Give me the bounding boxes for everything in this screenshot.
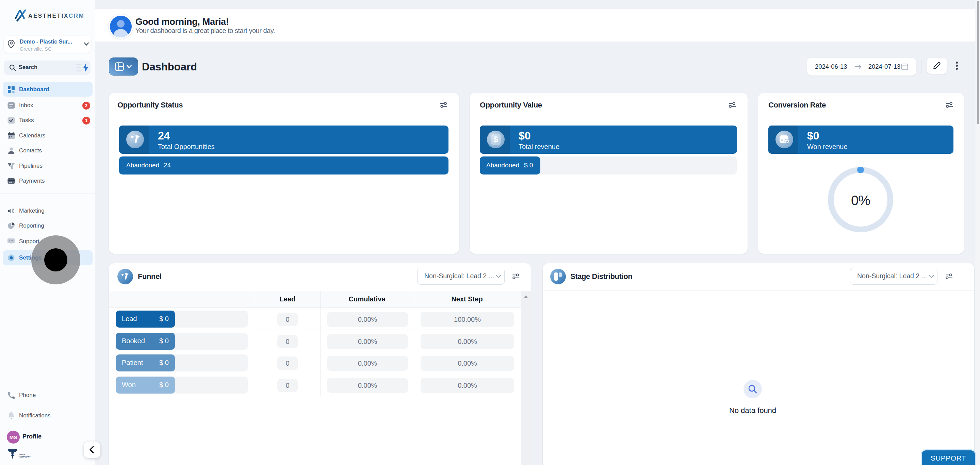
svg-text:COMPLIANT: COMPLIANT	[19, 456, 30, 458]
svg-text:HIPAA: HIPAA	[19, 454, 25, 455]
